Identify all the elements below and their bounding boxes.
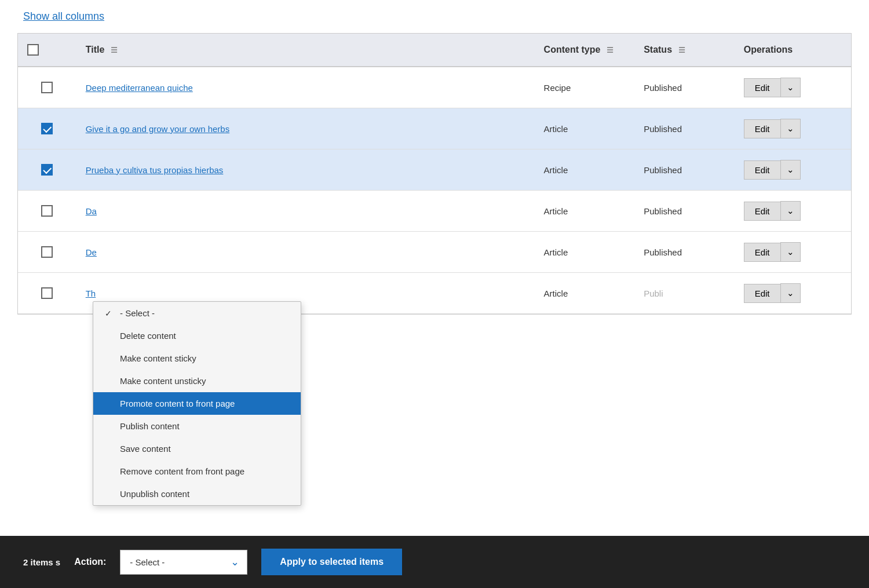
row-4-checkbox[interactable] xyxy=(41,205,53,217)
table-row: Deep mediterranean quiche Recipe Publish… xyxy=(18,67,851,108)
dropdown-item-make-unsticky[interactable]: Make content unsticky xyxy=(93,370,301,392)
row-1-content-type: Recipe xyxy=(535,67,635,108)
row-2-title-cell: Give it a go and grow your own herbs xyxy=(76,108,535,149)
row-5-checkbox[interactable] xyxy=(41,246,53,258)
page-wrapper: Show all columns Title ☰ Content type ☰ xyxy=(0,0,869,588)
row-1-checkbox[interactable] xyxy=(41,82,53,93)
dropdown-item-publish[interactable]: Publish content xyxy=(93,415,301,437)
row-6-operations: Edit ⌄ xyxy=(735,273,851,314)
row-5-edit-button[interactable]: Edit xyxy=(744,243,780,262)
row-2-title-link[interactable]: Give it a go and grow your own herbs xyxy=(86,124,229,134)
dropdown-item-select[interactable]: ✓ - Select - xyxy=(93,302,301,324)
row-5-edit-group: Edit ⌄ xyxy=(744,242,842,262)
title-filter-icon[interactable]: ☰ xyxy=(111,46,118,54)
show-all-columns-section: Show all columns xyxy=(0,0,869,33)
apply-to-selected-button[interactable]: Apply to selected items xyxy=(261,549,402,575)
row-1-operations: Edit ⌄ xyxy=(735,67,851,108)
select-all-checkbox[interactable] xyxy=(27,44,39,56)
action-select-wrapper: - Select - ⌄ xyxy=(120,550,247,575)
action-label: Action: xyxy=(74,557,106,567)
row-6-checkbox-cell xyxy=(18,273,76,314)
row-4-title-cell: Danish rye bread and simple white rolls.… xyxy=(76,191,535,232)
header-status: Status ☰ xyxy=(634,34,735,67)
status-filter-icon[interactable]: ☰ xyxy=(678,46,685,54)
row-6-edit-group: Edit ⌄ xyxy=(744,283,842,303)
row-4-status: Published xyxy=(634,191,735,232)
row-3-status: Published xyxy=(634,149,735,191)
row-3-content-type: Article xyxy=(535,149,635,191)
row-5-operations: Edit ⌄ xyxy=(735,232,851,273)
row-4-title-link[interactable]: Danish rye bread and simple white rolls.… xyxy=(86,206,254,216)
dropdown-item-save[interactable]: Save content xyxy=(93,437,301,460)
row-3-edit-button[interactable]: Edit xyxy=(744,160,780,180)
header-content-type: Content type ☰ xyxy=(535,34,635,67)
row-2-edit-group: Edit ⌄ xyxy=(744,119,842,138)
row-6-edit-button[interactable]: Edit xyxy=(744,284,780,303)
row-4-checkbox-cell xyxy=(18,191,76,232)
header-checkbox-cell xyxy=(18,34,76,67)
row-2-operations: Edit ⌄ xyxy=(735,108,851,149)
row-2-edit-button[interactable]: Edit xyxy=(744,119,780,138)
action-dropdown-menu: ✓ - Select - Delete content Make content… xyxy=(93,301,301,506)
content-table-container: Title ☰ Content type ☰ Status ☰ Operatio… xyxy=(17,33,852,315)
content-table: Title ☰ Content type ☰ Status ☰ Operatio… xyxy=(18,34,851,314)
row-1-title-cell: Deep mediterranean quiche xyxy=(76,67,535,108)
row-3-edit-group: Edit ⌄ xyxy=(744,160,842,180)
row-3-title-link[interactable]: Prueba y cultiva tus propias hierbas xyxy=(86,165,224,175)
dropdown-item-promote[interactable]: Promote content to front page xyxy=(93,392,301,415)
row-5-edit-dropdown[interactable]: ⌄ xyxy=(780,242,801,262)
dropdown-item-delete[interactable]: Delete content xyxy=(93,324,301,347)
header-title: Title ☰ xyxy=(76,34,535,67)
row-2-checkbox-cell xyxy=(18,108,76,149)
row-3-edit-dropdown[interactable]: ⌄ xyxy=(780,160,801,180)
show-all-columns-link[interactable]: Show all columns xyxy=(23,10,104,22)
row-2-content-type: Article xyxy=(535,108,635,149)
row-4-edit-button[interactable]: Edit xyxy=(744,202,780,221)
table-header-row: Title ☰ Content type ☰ Status ☰ Operatio… xyxy=(18,34,851,67)
row-1-title-link[interactable]: Deep mediterranean quiche xyxy=(86,83,193,93)
action-select[interactable]: - Select - xyxy=(120,550,247,575)
row-3-checkbox-cell xyxy=(18,149,76,191)
row-6-content-type: Article xyxy=(535,273,635,314)
row-6-status: Published xyxy=(634,273,735,314)
row-3-operations: Edit ⌄ xyxy=(735,149,851,191)
items-selected-text: 2 items s xyxy=(23,557,60,567)
dropdown-item-unpublish[interactable]: Unpublish content xyxy=(93,483,301,505)
row-4-edit-dropdown[interactable]: ⌄ xyxy=(780,201,801,221)
row-6-checkbox[interactable] xyxy=(41,287,53,299)
header-operations: Operations xyxy=(735,34,851,67)
content-type-filter-icon[interactable]: ☰ xyxy=(607,46,614,54)
row-5-title-cell: Deep fried chicken... xyxy=(76,232,535,273)
table-row: Deep fried chicken... Article Published … xyxy=(18,232,851,273)
bottom-action-bar: 2 items s Action: - Select - ⌄ Apply to … xyxy=(0,536,869,588)
row-4-content-type: Article xyxy=(535,191,635,232)
check-mark-icon: ✓ xyxy=(105,309,115,318)
row-1-edit-dropdown[interactable]: ⌄ xyxy=(780,78,801,97)
row-2-checkbox[interactable] xyxy=(41,123,53,134)
row-1-checkbox-cell xyxy=(18,67,76,108)
row-2-status: Published xyxy=(634,108,735,149)
table-row: Danish rye bread and simple white rolls.… xyxy=(18,191,851,232)
row-5-title-link[interactable]: Deep fried chicken... xyxy=(86,247,165,257)
row-1-status: Published xyxy=(634,67,735,108)
row-3-title-cell: Prueba y cultiva tus propias hierbas xyxy=(76,149,535,191)
row-5-status: Published xyxy=(634,232,735,273)
row-4-operations: Edit ⌄ xyxy=(735,191,851,232)
row-6-title-link[interactable]: The best ever... xyxy=(86,288,145,298)
dropdown-item-make-sticky[interactable]: Make content sticky xyxy=(93,347,301,370)
row-1-edit-group: Edit ⌄ xyxy=(744,78,842,97)
row-1-edit-button[interactable]: Edit xyxy=(744,78,780,97)
row-4-edit-group: Edit ⌄ xyxy=(744,201,842,221)
row-5-content-type: Article xyxy=(535,232,635,273)
row-6-edit-dropdown[interactable]: ⌄ xyxy=(780,283,801,303)
row-2-edit-dropdown[interactable]: ⌄ xyxy=(780,119,801,138)
dropdown-item-remove-front[interactable]: Remove content from front page xyxy=(93,460,301,483)
table-row: Give it a go and grow your own herbs Art… xyxy=(18,108,851,149)
table-row: Prueba y cultiva tus propias hierbas Art… xyxy=(18,149,851,191)
row-5-checkbox-cell xyxy=(18,232,76,273)
row-3-checkbox[interactable] xyxy=(41,164,53,176)
